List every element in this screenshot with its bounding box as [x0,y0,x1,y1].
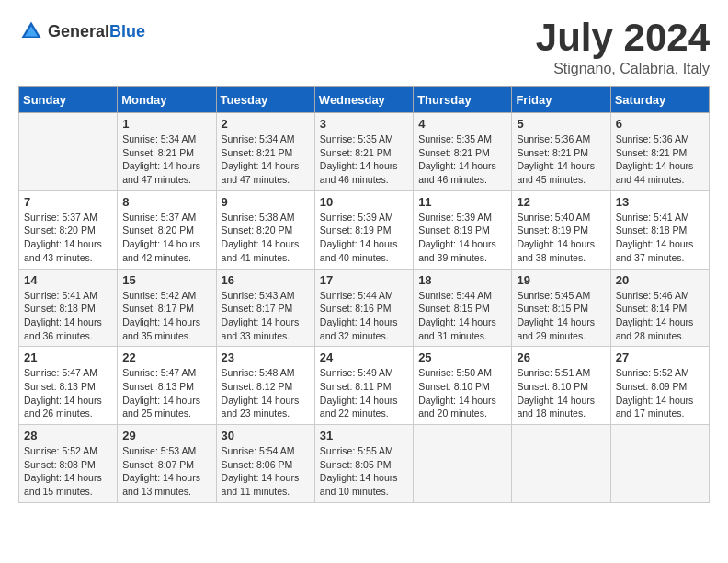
day-number: 20 [616,273,704,287]
day-number: 7 [24,195,112,209]
calendar-week-row: 21Sunrise: 5:47 AMSunset: 8:13 PMDayligh… [19,347,710,425]
day-number: 10 [320,195,408,209]
location-subtitle: Stignano, Calabria, Italy [536,61,710,77]
day-info: Sunrise: 5:38 AMSunset: 8:20 PMDaylight:… [222,211,310,265]
weekday-header-saturday: Saturday [610,87,709,113]
day-info: Sunrise: 5:40 AMSunset: 8:19 PMDaylight:… [517,211,605,265]
day-number: 1 [122,117,210,131]
day-info: Sunrise: 5:41 AMSunset: 8:18 PMDaylight:… [24,289,112,343]
calendar-body: 1Sunrise: 5:34 AMSunset: 8:21 PMDaylight… [19,113,710,503]
day-info: Sunrise: 5:51 AMSunset: 8:10 PMDaylight:… [517,366,605,420]
day-info: Sunrise: 5:47 AMSunset: 8:13 PMDaylight:… [24,366,112,420]
logo-blue-text: Blue [109,22,145,40]
weekday-header-wednesday: Wednesday [314,87,413,113]
logo: GeneralBlue [18,18,145,44]
day-number: 29 [122,429,210,442]
day-number: 4 [418,117,506,131]
calendar-cell: 20Sunrise: 5:46 AMSunset: 8:14 PMDayligh… [610,269,709,347]
day-info: Sunrise: 5:35 AMSunset: 8:21 PMDaylight:… [320,132,408,187]
calendar-cell: 23Sunrise: 5:48 AMSunset: 8:12 PMDayligh… [216,347,314,425]
calendar-week-row: 14Sunrise: 5:41 AMSunset: 8:18 PMDayligh… [19,269,710,347]
calendar-cell: 12Sunrise: 5:40 AMSunset: 8:19 PMDayligh… [512,190,610,269]
day-info: Sunrise: 5:44 AMSunset: 8:16 PMDaylight:… [320,289,408,343]
calendar-cell: 31Sunrise: 5:55 AMSunset: 8:05 PMDayligh… [314,425,413,503]
day-info: Sunrise: 5:37 AMSunset: 8:20 PMDaylight:… [24,211,112,265]
calendar-cell: 30Sunrise: 5:54 AMSunset: 8:06 PMDayligh… [216,425,314,503]
day-info: Sunrise: 5:44 AMSunset: 8:15 PMDaylight:… [418,289,506,343]
day-info: Sunrise: 5:45 AMSunset: 8:15 PMDaylight:… [517,289,605,343]
calendar-cell: 5Sunrise: 5:36 AMSunset: 8:21 PMDaylight… [512,113,610,191]
calendar-cell: 7Sunrise: 5:37 AMSunset: 8:20 PMDaylight… [19,190,118,269]
calendar-week-row: 7Sunrise: 5:37 AMSunset: 8:20 PMDaylight… [19,190,710,269]
weekday-header-friday: Friday [512,87,610,113]
calendar-cell [414,425,512,503]
calendar-cell [512,425,610,503]
day-info: Sunrise: 5:52 AMSunset: 8:08 PMDaylight:… [24,444,112,499]
calendar-cell: 15Sunrise: 5:42 AMSunset: 8:17 PMDayligh… [118,269,216,347]
calendar-cell: 25Sunrise: 5:50 AMSunset: 8:10 PMDayligh… [414,347,512,425]
day-number: 11 [418,195,506,209]
day-number: 8 [122,195,210,209]
day-number: 15 [122,273,210,287]
day-info: Sunrise: 5:55 AMSunset: 8:05 PMDaylight:… [320,444,408,499]
day-info: Sunrise: 5:39 AMSunset: 8:19 PMDaylight:… [320,211,408,265]
day-info: Sunrise: 5:39 AMSunset: 8:19 PMDaylight:… [418,211,506,265]
day-number: 3 [320,117,408,131]
calendar-cell: 10Sunrise: 5:39 AMSunset: 8:19 PMDayligh… [314,190,413,269]
calendar-cell: 17Sunrise: 5:44 AMSunset: 8:16 PMDayligh… [314,269,413,347]
calendar-week-row: 1Sunrise: 5:34 AMSunset: 8:21 PMDaylight… [19,113,710,191]
day-number: 27 [616,350,704,364]
day-number: 22 [122,350,210,364]
header: GeneralBlue July 2024 Stignano, Calabria… [18,18,710,77]
day-number: 6 [616,117,704,131]
calendar-cell: 18Sunrise: 5:44 AMSunset: 8:15 PMDayligh… [414,269,512,347]
day-number: 24 [320,350,408,364]
weekday-header-monday: Monday [118,87,216,113]
calendar-cell: 21Sunrise: 5:47 AMSunset: 8:13 PMDayligh… [19,347,118,425]
day-number: 30 [222,429,310,442]
logo-icon [18,18,44,44]
weekday-row: SundayMondayTuesdayWednesdayThursdayFrid… [19,87,710,113]
day-info: Sunrise: 5:53 AMSunset: 8:07 PMDaylight:… [122,444,210,499]
day-info: Sunrise: 5:52 AMSunset: 8:09 PMDaylight:… [616,366,704,420]
calendar-cell: 6Sunrise: 5:36 AMSunset: 8:21 PMDaylight… [610,113,709,191]
day-number: 31 [320,429,408,442]
weekday-header-tuesday: Tuesday [216,87,314,113]
day-info: Sunrise: 5:43 AMSunset: 8:17 PMDaylight:… [222,289,310,343]
calendar-cell [610,425,709,503]
calendar-cell: 16Sunrise: 5:43 AMSunset: 8:17 PMDayligh… [216,269,314,347]
calendar-cell: 11Sunrise: 5:39 AMSunset: 8:19 PMDayligh… [414,190,512,269]
day-info: Sunrise: 5:46 AMSunset: 8:14 PMDaylight:… [616,289,704,343]
day-info: Sunrise: 5:54 AMSunset: 8:06 PMDaylight:… [222,444,310,499]
day-number: 14 [24,273,112,287]
day-info: Sunrise: 5:42 AMSunset: 8:17 PMDaylight:… [122,289,210,343]
day-info: Sunrise: 5:47 AMSunset: 8:13 PMDaylight:… [122,366,210,420]
day-number: 9 [222,195,310,209]
day-number: 13 [616,195,704,209]
day-info: Sunrise: 5:34 AMSunset: 8:21 PMDaylight:… [222,132,310,187]
day-number: 12 [517,195,605,209]
calendar-table: SundayMondayTuesdayWednesdayThursdayFrid… [18,86,710,503]
day-number: 26 [517,350,605,364]
day-number: 17 [320,273,408,287]
weekday-header-thursday: Thursday [414,87,512,113]
calendar-cell: 28Sunrise: 5:52 AMSunset: 8:08 PMDayligh… [19,425,118,503]
calendar-cell: 26Sunrise: 5:51 AMSunset: 8:10 PMDayligh… [512,347,610,425]
calendar-cell: 29Sunrise: 5:53 AMSunset: 8:07 PMDayligh… [118,425,216,503]
calendar-cell: 8Sunrise: 5:37 AMSunset: 8:20 PMDaylight… [118,190,216,269]
logo-general-text: General [48,22,109,40]
day-info: Sunrise: 5:36 AMSunset: 8:21 PMDaylight:… [517,132,605,187]
calendar-cell: 19Sunrise: 5:45 AMSunset: 8:15 PMDayligh… [512,269,610,347]
day-number: 19 [517,273,605,287]
day-info: Sunrise: 5:49 AMSunset: 8:11 PMDaylight:… [320,366,408,420]
day-info: Sunrise: 5:34 AMSunset: 8:21 PMDaylight:… [122,132,210,187]
calendar-header: SundayMondayTuesdayWednesdayThursdayFrid… [19,87,710,113]
day-info: Sunrise: 5:50 AMSunset: 8:10 PMDaylight:… [418,366,506,420]
day-info: Sunrise: 5:35 AMSunset: 8:21 PMDaylight:… [418,132,506,187]
day-number: 18 [418,273,506,287]
calendar-cell: 1Sunrise: 5:34 AMSunset: 8:21 PMDaylight… [118,113,216,191]
day-number: 23 [222,350,310,364]
day-number: 28 [24,429,112,442]
day-number: 5 [517,117,605,131]
calendar-cell: 2Sunrise: 5:34 AMSunset: 8:21 PMDaylight… [216,113,314,191]
